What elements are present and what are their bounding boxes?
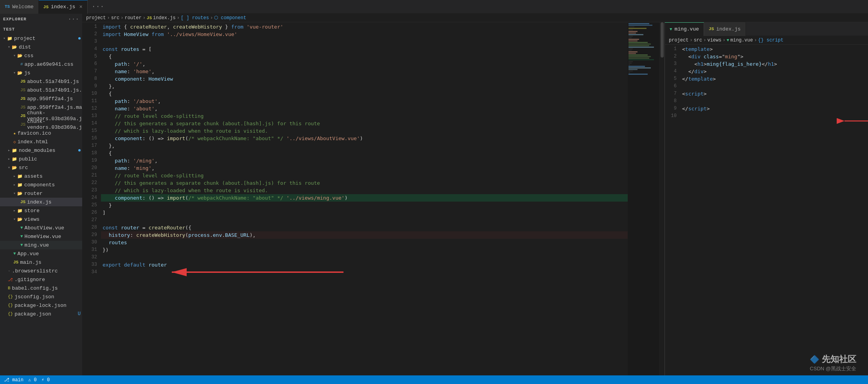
- tree-item-project[interactable]: ▾ 📁 project: [0, 34, 82, 43]
- right-code-content[interactable]: <template> <div class="ming"> <h1>ming{f…: [681, 45, 868, 375]
- code-content[interactable]: import { createRouter, createWebHistory …: [101, 22, 628, 375]
- tab-index-js[interactable]: JS index.js ×: [39, 0, 88, 14]
- tree-item-about-map[interactable]: JS about.51a74b91.js.map: [0, 86, 82, 94]
- scrollbar-right[interactable]: [659, 22, 665, 375]
- tree-item-app-css[interactable]: # app.ae69e941.css: [0, 60, 82, 69]
- tree-item-ming-vue[interactable]: ▼ ming.vue: [0, 241, 82, 249]
- watermark: 🔷 先知社区 CSDN @黑战士安全: [810, 353, 856, 372]
- tree-item-views[interactable]: ▾ 📂 views: [0, 215, 82, 224]
- welcome-tab-label: Welcome: [12, 4, 34, 10]
- code-editor-left: 1234567891011121314151617181920212223242…: [82, 22, 665, 375]
- tab-index-js-right[interactable]: JS index.js: [704, 22, 746, 36]
- tree-item-jsconfig[interactable]: {} jsconfig.json: [0, 292, 82, 301]
- sidebar: EXPLORER ··· TEST ▾ 📁 project ▾ 📂 dist: [0, 14, 82, 375]
- tree-item-package-json[interactable]: {} package.json U: [0, 310, 82, 318]
- tree-item-app-js[interactable]: JS app.950ff2a4.js: [0, 94, 82, 103]
- indexjs-tab-icon: JS: [43, 5, 49, 9]
- tab-welcome[interactable]: TS Welcome: [0, 0, 39, 14]
- tree-item-app-vue[interactable]: ▼ App.vue: [0, 249, 82, 258]
- tab-more-button[interactable]: ···: [88, 3, 108, 11]
- tree-item-src[interactable]: ▾ 📂 src: [0, 163, 82, 172]
- welcome-tab-icon: TS: [5, 4, 10, 9]
- breadcrumb-left: project › src › router › JS index.js › […: [82, 14, 868, 22]
- breadcrumb-right: project › src › views › ▼ ming.vue › {} …: [665, 36, 868, 45]
- indexjs-tab-label: index.js: [51, 4, 75, 10]
- tree-item-gitignore[interactable]: ⎇ .gitignore: [0, 275, 82, 284]
- tree-item-js-folder[interactable]: ▾ 📂 js: [0, 69, 82, 77]
- section-label: TEST: [3, 27, 15, 32]
- line-numbers: 1234567891011121314151617181920212223242…: [82, 22, 101, 375]
- status-bar: ⎇ main ⚠ 0 ⚡ 0: [0, 375, 868, 384]
- close-tab-icon[interactable]: ×: [79, 4, 82, 10]
- file-tree: ▾ 📁 project ▾ 📂 dist ▾ 📂 css: [0, 34, 82, 375]
- tree-item-css[interactable]: ▾ 📂 css: [0, 51, 82, 60]
- tab-ming-vue[interactable]: ▼ ming.vue: [665, 22, 704, 36]
- package-json-badge: U: [78, 311, 81, 317]
- tree-item-babel[interactable]: B babel.config.js: [0, 284, 82, 292]
- tree-item-node-modules[interactable]: ▸ 📁 node_modules: [0, 146, 82, 155]
- tree-item-router-index[interactable]: JS index.js: [0, 198, 82, 206]
- tree-item-about-vue[interactable]: ▼ AboutView.vue: [0, 224, 82, 232]
- tree-item-dist[interactable]: ▾ 📂 dist: [0, 43, 82, 51]
- tree-item-about-js[interactable]: JS about.51a74b91.js: [0, 77, 82, 86]
- tree-item-index-html[interactable]: ◇ index.html: [0, 137, 82, 146]
- right-panel: ▼ ming.vue JS index.js project › src: [665, 22, 868, 375]
- tree-item-main-js[interactable]: JS main.js: [0, 258, 82, 267]
- tab-bar-left: TS Welcome JS index.js × ···: [0, 0, 868, 14]
- right-line-numbers: 12345678910: [665, 45, 681, 375]
- tree-item-assets[interactable]: ▸ 📁 assets: [0, 172, 82, 180]
- tree-item-package-lock[interactable]: {} package-lock.json: [0, 301, 82, 310]
- tree-item-home-vue[interactable]: ▼ HomeView.vue: [0, 232, 82, 241]
- tree-item-public[interactable]: ▸ 📁 public: [0, 155, 82, 163]
- tree-item-browserslistrc[interactable]: · .browserslistrc: [0, 267, 82, 275]
- sidebar-title: EXPLORER: [3, 17, 27, 22]
- tab-bar: TS Welcome JS index.js × ···: [0, 0, 868, 14]
- tree-item-components[interactable]: ▸ 📁 components: [0, 180, 82, 189]
- tree-item-chunk-vendors-map[interactable]: JS chunk-vendors.03bd369a.js.map: [0, 120, 82, 129]
- tree-item-router[interactable]: ▾ 📂 router: [0, 189, 82, 198]
- right-tab-bar: ▼ ming.vue JS index.js: [665, 22, 868, 36]
- minimap: [628, 22, 659, 375]
- tree-item-store[interactable]: ▸ 📁 store: [0, 206, 82, 215]
- sidebar-more-icon[interactable]: ···: [68, 16, 79, 23]
